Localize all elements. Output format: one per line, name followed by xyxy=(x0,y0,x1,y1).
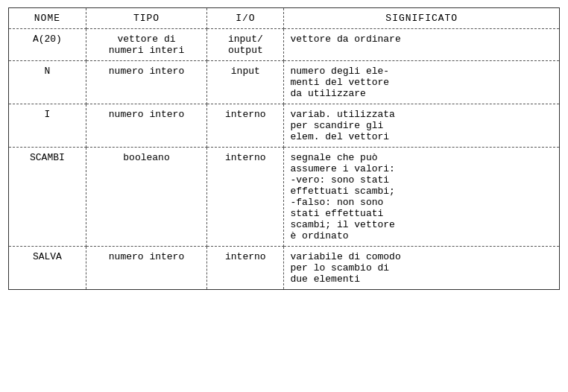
cell-significato: variabile di comodoper lo scambio didue … xyxy=(284,247,559,290)
header-io: I/O xyxy=(207,8,284,29)
cell-tipo: vettore dinumeri interi xyxy=(86,29,206,61)
cell-tipo: numero intero xyxy=(86,104,206,148)
header-tipo: TIPO xyxy=(86,8,206,29)
cell-nome: SALVA xyxy=(9,247,86,290)
cell-io: interno xyxy=(207,148,284,247)
table-row: A(20)vettore dinumeri interiinput/output… xyxy=(9,29,559,61)
cell-io: input xyxy=(207,61,284,104)
cell-significato: vettore da ordinare xyxy=(284,29,559,61)
cell-nome: I xyxy=(9,104,86,148)
table-row: SCAMBIbooleanointernosegnale che puòassu… xyxy=(9,148,559,247)
cell-tipo: booleano xyxy=(86,148,206,247)
cell-io: interno xyxy=(207,247,284,290)
cell-io: interno xyxy=(207,104,284,148)
header-significato: SIGNIFICATO xyxy=(284,8,559,29)
table-row: Inumero interointernovariab. utilizzatap… xyxy=(9,104,559,148)
cell-nome: N xyxy=(9,61,86,104)
cell-nome: A(20) xyxy=(9,29,86,61)
cell-tipo: numero intero xyxy=(86,247,206,290)
table-row: SALVAnumero interointernovariabile di co… xyxy=(9,247,559,290)
data-table: NOME TIPO I/O SIGNIFICATO A(20)vettore d… xyxy=(8,7,560,290)
cell-tipo: numero intero xyxy=(86,61,206,104)
cell-io: input/output xyxy=(207,29,284,61)
table-row: Nnumero interoinputnumero degli ele-ment… xyxy=(9,61,559,104)
cell-significato: variab. utilizzataper scandire glielem. … xyxy=(284,104,559,148)
cell-nome: SCAMBI xyxy=(9,148,86,247)
cell-significato: numero degli ele-menti del vettoreda uti… xyxy=(284,61,559,104)
cell-significato: segnale che puòassumere i valori:-vero: … xyxy=(284,148,559,247)
header-nome: NOME xyxy=(9,8,86,29)
